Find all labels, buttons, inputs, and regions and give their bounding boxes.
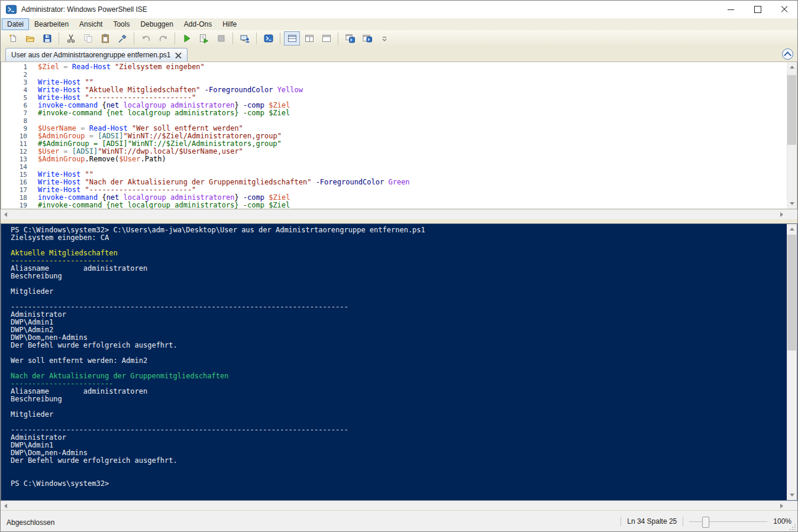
close-powershell-tab-button[interactable] <box>359 31 375 46</box>
new-powershell-tab-icon <box>345 34 355 43</box>
console-line: Aliasname administratoren <box>11 388 425 395</box>
collapse-script-pane-button[interactable] <box>782 48 793 60</box>
console-line: Wer soll entfernt werden: Admin2 <box>11 357 425 365</box>
cut-icon <box>66 34 76 43</box>
menu-item-tools[interactable]: Tools <box>108 18 135 30</box>
console-line <box>11 403 425 411</box>
line-number: 10 <box>1 132 27 140</box>
scroll-up-icon[interactable] <box>787 62 797 72</box>
start-powershell-button[interactable] <box>260 31 276 46</box>
toolbar-overflow-icon <box>380 34 389 43</box>
code-line <box>38 71 410 79</box>
scroll-left-icon[interactable] <box>1 210 11 219</box>
minimize-button[interactable] <box>718 1 744 18</box>
redo-button[interactable] <box>155 31 171 46</box>
scroll-right-icon[interactable] <box>777 210 787 219</box>
script-editor[interactable]: 12345678910111213141516171819 $Ziel = Re… <box>1 61 797 209</box>
script-pane-top-button[interactable] <box>284 31 300 46</box>
new-remote-powershell-tab-icon <box>240 34 250 43</box>
run-selection-icon <box>199 34 209 43</box>
statusbar-separator <box>683 517 683 526</box>
menu-item-bearbeiten[interactable]: Bearbeiten <box>29 18 74 30</box>
line-number: 16 <box>1 179 27 186</box>
undo-button[interactable] <box>138 31 154 46</box>
menu-bar: DateiBearbeitenAnsichtToolsDebuggenAdd-O… <box>1 18 797 30</box>
toolbar-separator <box>59 33 59 44</box>
script-tab[interactable]: User aus der Administrtaorengruppe entfe… <box>5 48 188 61</box>
tab-close-icon[interactable] <box>175 52 182 59</box>
script-pane-right-icon <box>305 34 314 43</box>
scroll-left-icon[interactable] <box>1 501 11 511</box>
scroll-down-icon[interactable] <box>787 199 797 209</box>
close-button[interactable] <box>771 1 797 18</box>
redo-icon <box>159 34 168 43</box>
console-line: Administrator <box>11 311 425 319</box>
open-script-button[interactable] <box>22 31 38 46</box>
code-line: $Ziel = Read-Host "Zielsystem eingeben" <box>38 63 410 71</box>
line-number: 7 <box>1 109 27 117</box>
editor-vertical-scrollbar[interactable] <box>787 62 797 209</box>
menu-item-add-ons[interactable]: Add-Ons <box>179 18 217 30</box>
console-horizontal-scrollbar[interactable] <box>1 501 797 511</box>
save-button[interactable] <box>39 31 55 46</box>
resize-grip-icon[interactable] <box>789 523 797 531</box>
paste-icon <box>101 34 110 43</box>
open-script-icon <box>25 34 35 43</box>
new-remote-powershell-tab-button[interactable] <box>237 31 253 46</box>
script-pane-right-button[interactable] <box>301 31 317 46</box>
line-number: 13 <box>1 155 27 163</box>
console-line: PS C:\Windows\system32> <box>11 480 425 488</box>
script-pane-maximized-button[interactable] <box>318 31 334 46</box>
line-number: 2 <box>1 71 27 79</box>
clear-console-button[interactable] <box>114 31 130 46</box>
toolbar-separator <box>256 33 257 44</box>
new-powershell-tab-button[interactable] <box>342 31 358 46</box>
console-line: DWP\Admin1 <box>11 319 425 326</box>
chevron-up-icon <box>784 51 791 59</box>
line-number: 5 <box>1 94 27 102</box>
tab-row: User aus der Administrtaorengruppe entfe… <box>1 46 797 61</box>
line-number: 1 <box>1 63 27 71</box>
copy-icon <box>83 34 93 43</box>
status-text: Abgeschlossen <box>7 518 54 527</box>
scroll-up-icon[interactable] <box>787 224 797 234</box>
console-output: PS C:\Windows\system32> C:\Users\adm-jwa… <box>11 226 425 488</box>
toolbar-separator <box>134 33 134 44</box>
console-vscroll-thumb[interactable] <box>787 235 796 351</box>
line-number: 14 <box>1 163 27 171</box>
run-script-button[interactable] <box>179 31 195 46</box>
menu-item-ansicht[interactable]: Ansicht <box>74 18 108 30</box>
script-code[interactable]: $Ziel = Read-Host "Zielsystem eingeben" … <box>38 63 410 209</box>
cut-button[interactable] <box>63 31 79 46</box>
line-number-gutter: 12345678910111213141516171819 <box>1 63 27 209</box>
scroll-right-icon[interactable] <box>777 501 787 511</box>
stop-button[interactable] <box>213 31 229 46</box>
scroll-down-icon[interactable] <box>787 490 797 500</box>
menu-item-hilfe[interactable]: Hilfe <box>217 18 242 30</box>
new-script-button[interactable] <box>5 31 21 46</box>
zoom-slider-thumb[interactable] <box>702 517 709 528</box>
line-number: 11 <box>1 140 27 148</box>
console-vertical-scrollbar[interactable] <box>787 224 797 500</box>
stop-icon <box>217 34 226 43</box>
maximize-button[interactable] <box>744 1 771 18</box>
menu-item-debuggen[interactable]: Debuggen <box>135 18 178 30</box>
paste-button[interactable] <box>97 31 113 46</box>
code-line <box>38 163 410 171</box>
toolbar-overflow-button[interactable] <box>376 31 392 46</box>
zoom-slider[interactable] <box>689 515 767 527</box>
run-script-icon <box>182 34 192 43</box>
close-powershell-tab-icon <box>363 34 372 43</box>
editor-horizontal-scrollbar[interactable] <box>1 209 797 219</box>
console-pane[interactable]: PS C:\Windows\system32> C:\Users\adm-jwa… <box>1 223 797 501</box>
copy-button[interactable] <box>80 31 96 46</box>
code-line: #invoke-command {net localgroup administ… <box>38 109 410 117</box>
console-line: Administrator <box>11 434 425 442</box>
run-selection-button[interactable] <box>196 31 212 46</box>
console-line: Der Befehl wurde erfolgreich ausgefhrt. <box>11 457 425 465</box>
editor-vscroll-thumb[interactable] <box>787 75 796 145</box>
menu-item-datei[interactable]: Datei <box>2 18 29 30</box>
scrollbar-corner <box>787 210 797 219</box>
zoom-slider-track[interactable] <box>689 521 767 522</box>
toolbar-separator <box>175 33 175 44</box>
